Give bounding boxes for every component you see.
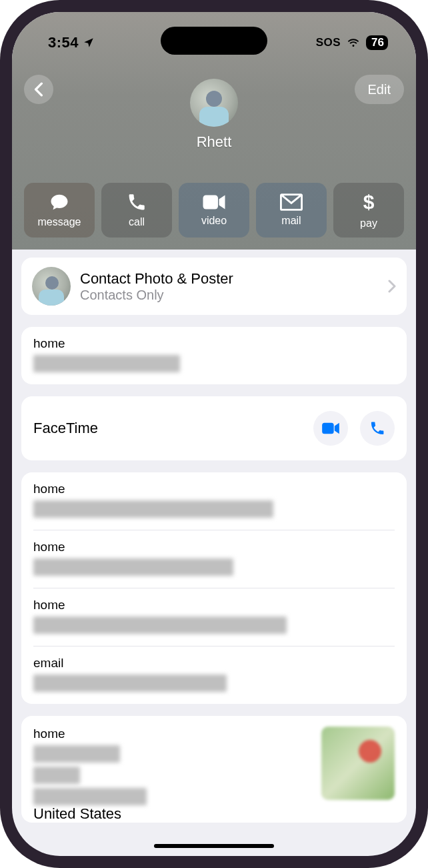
dynamic-island xyxy=(161,27,267,55)
video-button[interactable]: video xyxy=(179,183,249,238)
edit-button[interactable]: Edit xyxy=(355,75,404,104)
battery-indicator: 76 xyxy=(366,35,388,50)
screen: 3:54 SOS 76 Edit xyxy=(12,12,416,856)
poster-subtitle: Contacts Only xyxy=(80,288,379,303)
email-value-redacted xyxy=(33,500,273,518)
svg-rect-0 xyxy=(203,195,219,209)
poster-title: Contact Photo & Poster xyxy=(80,270,379,288)
content-area: Contact Photo & Poster Contacts Only hom… xyxy=(12,250,416,823)
address-country: United States xyxy=(21,805,407,823)
email-row-0[interactable]: home xyxy=(21,472,407,530)
phone-card[interactable]: home xyxy=(21,327,407,384)
sos-indicator: SOS xyxy=(316,36,341,49)
phone-value-redacted xyxy=(33,355,180,372)
facetime-label: FaceTime xyxy=(33,420,98,437)
address-value-redacted xyxy=(33,767,80,784)
mail-button[interactable]: mail xyxy=(256,183,327,238)
facetime-card: FaceTime xyxy=(21,396,407,460)
contact-poster-card[interactable]: Contact Photo & Poster Contacts Only xyxy=(21,258,407,315)
call-button[interactable]: call xyxy=(101,183,172,238)
email-row-3[interactable]: email xyxy=(21,646,407,704)
svg-rect-2 xyxy=(322,423,334,434)
pay-button[interactable]: $ pay xyxy=(333,183,404,238)
wifi-icon xyxy=(346,37,361,49)
home-indicator[interactable] xyxy=(154,844,274,848)
phone-label: home xyxy=(33,336,395,351)
contact-avatar[interactable] xyxy=(190,79,238,127)
email-value-redacted xyxy=(33,616,287,634)
facetime-audio-button[interactable] xyxy=(360,411,395,446)
email-value-redacted xyxy=(33,675,227,692)
message-icon xyxy=(48,192,71,212)
address-value-redacted xyxy=(33,788,147,805)
location-icon xyxy=(83,37,95,49)
chevron-right-icon xyxy=(388,280,396,293)
contact-name: Rhett xyxy=(190,133,238,151)
email-row-2[interactable]: home xyxy=(21,588,407,646)
back-button[interactable] xyxy=(24,75,53,104)
email-value-redacted xyxy=(33,558,233,576)
dollar-icon: $ xyxy=(363,191,375,213)
address-value-redacted xyxy=(33,745,120,763)
address-label: home xyxy=(33,727,312,741)
map-thumbnail[interactable] xyxy=(321,727,395,800)
emails-card: home home home email xyxy=(21,472,407,704)
video-icon xyxy=(202,193,226,211)
iphone-frame: 3:54 SOS 76 Edit xyxy=(0,0,428,868)
phone-icon xyxy=(127,192,147,212)
address-card[interactable]: home United States xyxy=(21,716,407,823)
facetime-video-button[interactable] xyxy=(313,411,348,446)
status-time: 3:54 xyxy=(48,34,79,51)
message-button[interactable]: message xyxy=(24,183,95,238)
email-row-1[interactable]: home xyxy=(21,530,407,588)
mail-icon xyxy=(280,193,303,211)
poster-avatar xyxy=(32,267,71,306)
